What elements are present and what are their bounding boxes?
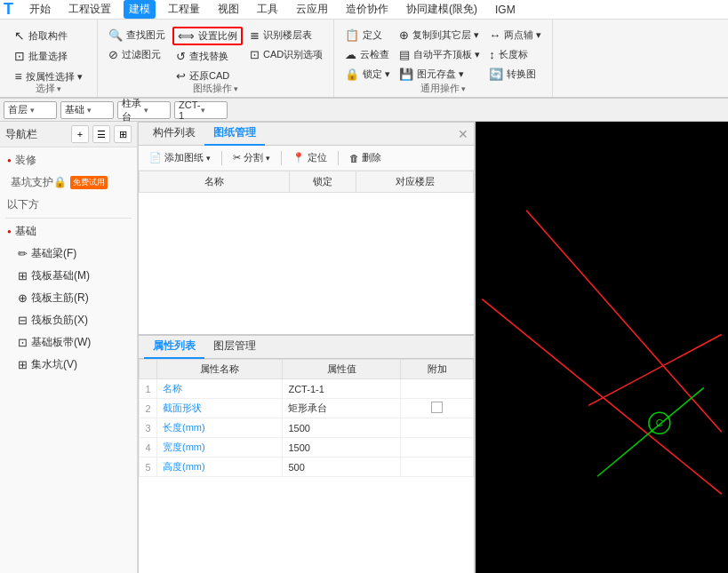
prop-value-cell[interactable]: 矩形承台 <box>283 399 401 418</box>
prop-value-cell[interactable]: 1500 <box>283 438 401 458</box>
top-panel: 构件列表 图纸管理 ✕ 📄 添加图纸 ▾ ✂ 分割 ▾ 📍 <box>138 122 475 335</box>
two-point-icon: ↔ <box>489 28 500 42</box>
jichu-dot: ● <box>7 227 12 235</box>
locate-icon: 📍 <box>292 152 305 163</box>
copy-to-btn[interactable]: ⊕ 复制到其它层 ▾ <box>396 27 484 44</box>
cad-identify-btn[interactable]: ⊡ CAD识别选项 <box>246 46 326 63</box>
nav-item-zhuangxiu[interactable]: ● 装修 <box>0 149 137 171</box>
prop-name-cell[interactable]: 名称 <box>157 379 283 399</box>
prop-extra-cell <box>401 379 474 399</box>
define-btn[interactable]: 📋 定义 <box>341 27 394 44</box>
ribbon-section-general: 📋 定义 ☁ 云检查 🔒 锁定 ▾ ⊕ 复制到其它层 ▾ <box>334 20 553 97</box>
props-table: 属性名称 属性值 附加 1名称ZCT-1-12截面形状矩形承台3长度(mm)15… <box>139 359 474 477</box>
fa-zhujin-icon: ⊕ <box>18 291 28 305</box>
filter-drawing-btn[interactable]: ⊘ 过滤图元 <box>105 46 169 63</box>
menu-pricing[interactable]: 造价协作 <box>340 0 394 19</box>
menu-tools[interactable]: 工具 <box>252 0 284 19</box>
nav-list-btn[interactable]: ☰ <box>92 125 110 143</box>
delete-drawing-btn[interactable]: 🗑 删除 <box>344 149 387 166</box>
type-dropdown[interactable]: 柱承台 ▾ <box>117 101 171 119</box>
split-chevron: ▾ <box>266 154 270 163</box>
prop-name-cell[interactable]: 高度(mm) <box>157 458 283 477</box>
set-ratio-btn[interactable]: ⟺ 设置比例 <box>172 27 243 45</box>
svg-rect-0 <box>482 122 721 573</box>
center-area: 构件列表 图纸管理 ✕ 📄 添加图纸 ▾ ✂ 分割 ▾ 📍 <box>138 122 476 573</box>
find-drawing-icon: 🔍 <box>108 28 123 42</box>
auto-flat-icon: ▤ <box>399 48 410 61</box>
add-drawing-chevron: ▾ <box>206 154 211 163</box>
prop-row-num: 3 <box>140 418 157 438</box>
floor-chevron-icon: ▾ <box>30 106 52 115</box>
prop-value-cell[interactable]: ZCT-1-1 <box>283 379 401 399</box>
ribbon: ↖ 拾取构件 ⊡ 批量选择 ≡ 按属性选择 ▾ 选择 ▾ <box>0 20 728 98</box>
name-dropdown[interactable]: ZCT-1 ▾ <box>174 101 228 119</box>
nav-item-ji-ban[interactable]: ⊡ 基础板带(W) <box>0 331 137 354</box>
split-btn[interactable]: ✂ 分割 ▾ <box>228 149 276 166</box>
nav-add-btn[interactable]: + <box>71 125 89 143</box>
type-value: 柱承台 <box>122 97 144 123</box>
add-drawing-btn[interactable]: 📄 添加图纸 ▾ <box>144 149 216 166</box>
find-drawing-btn[interactable]: 🔍 查找图元 <box>105 27 169 44</box>
col-propname-header: 属性名称 <box>157 360 283 379</box>
menu-view[interactable]: 视图 <box>212 0 244 19</box>
length-mark-btn[interactable]: ↕ 长度标 <box>485 46 545 63</box>
save-elem-btn[interactable]: 💾 图元存盘 ▾ <box>396 66 484 83</box>
nav-item-fa-zhujin[interactable]: ⊕ 筏板主筋(R) <box>0 287 137 309</box>
prop-checkbox[interactable] <box>431 402 443 413</box>
select-section-label: 选择 ▾ <box>36 82 61 95</box>
nav-item-fa-ban[interactable]: ⊞ 筏板基础(M) <box>0 265 137 287</box>
nav-item-fa-fujin[interactable]: ⊟ 筏板负筋(X) <box>0 309 137 331</box>
menu-igm[interactable]: IGM <box>490 2 521 18</box>
tab-component-list[interactable]: 构件列表 <box>144 122 204 146</box>
menu-collab[interactable]: 协同建模(限免) <box>401 0 483 19</box>
attr-icon: ≡ <box>14 69 21 84</box>
prop-value-cell[interactable]: 500 <box>283 458 401 477</box>
props-row: 3长度(mm)1500 <box>140 418 474 438</box>
length-icon: ↕ <box>489 48 495 61</box>
menu-modeling[interactable]: 建模 <box>124 0 156 19</box>
tab-attr-list[interactable]: 属性列表 <box>144 335 204 359</box>
nav-item-jichu[interactable]: ● 基础 <box>0 220 137 243</box>
prop-extra-cell[interactable] <box>401 399 474 418</box>
nav-grid-btn[interactable]: ⊞ <box>114 125 132 143</box>
menu-cloud[interactable]: 云应用 <box>291 0 333 19</box>
col-name-header: 名称 <box>140 171 290 193</box>
nav-item-zhihu[interactable]: 基坑支护🔒 免费试用 <box>0 171 137 194</box>
prop-row-num: 2 <box>140 399 157 418</box>
pick-component-btn[interactable]: ↖ 拾取构件 <box>11 27 71 44</box>
nav-sep-1 <box>5 218 132 219</box>
lock-icon: 🔒 <box>345 68 359 81</box>
type-chevron-icon: ▾ <box>144 106 166 115</box>
auto-flat-btn[interactable]: ▤ 自动平齐顶板 ▾ <box>396 46 484 63</box>
prop-name-cell[interactable]: 宽度(mm) <box>157 438 283 458</box>
prop-row-num: 1 <box>140 379 157 399</box>
split-icon: ✂ <box>233 152 241 163</box>
find-replace-btn[interactable]: ↺ 查找替换 <box>172 48 243 65</box>
lock-btn[interactable]: 🔒 锁定 ▾ <box>341 66 394 83</box>
batch-select-btn[interactable]: ⊡ 批量选择 <box>11 47 71 65</box>
nav-item-ji-shui[interactable]: ⊞ 集水坑(V) <box>0 354 137 376</box>
floor-dropdown[interactable]: 首层 ▾ <box>4 101 57 119</box>
top-panel-close-btn[interactable]: ✕ <box>458 127 468 141</box>
ribbon-section-select: ↖ 拾取构件 ⊡ 批量选择 ≡ 按属性选择 ▾ 选择 ▾ <box>0 20 98 97</box>
props-row: 4宽度(mm)1500 <box>140 438 474 458</box>
drawing-arrow-icon: ▾ <box>234 84 238 93</box>
category-dropdown[interactable]: 基础 ▾ <box>60 101 114 119</box>
cloud-check-btn[interactable]: ☁ 云检查 <box>341 46 394 63</box>
nav-item-jichu-liang[interactable]: ✏ 基础梁(F) <box>0 243 137 265</box>
select-arrow-icon: ▾ <box>57 84 61 93</box>
prop-name-cell[interactable]: 截面形状 <box>157 399 283 418</box>
nav-item-yifang[interactable]: 以下方 <box>0 194 137 216</box>
convert-btn[interactable]: 🔄 转换图 <box>485 66 545 83</box>
menu-quantities[interactable]: 工程量 <box>163 0 205 19</box>
two-point-btn[interactable]: ↔ 两点辅 ▾ <box>485 27 545 44</box>
menu-start[interactable]: 开始 <box>24 0 56 19</box>
locate-btn[interactable]: 📍 定位 <box>287 149 332 166</box>
tab-drawing-management[interactable]: 图纸管理 <box>204 122 265 146</box>
tab-layer-mgmt[interactable]: 图层管理 <box>204 335 265 359</box>
menu-engineering-setup[interactable]: 工程设置 <box>63 0 116 19</box>
bottom-panel: 属性列表 图层管理 属性名称 属性值 附加 1名称ZCT-1-12截面形状矩形承… <box>138 335 475 573</box>
prop-value-cell[interactable]: 1500 <box>283 418 401 438</box>
identify-layer-btn[interactable]: ≣ 识别楼层表 <box>246 27 326 44</box>
prop-name-cell[interactable]: 长度(mm) <box>157 418 283 438</box>
